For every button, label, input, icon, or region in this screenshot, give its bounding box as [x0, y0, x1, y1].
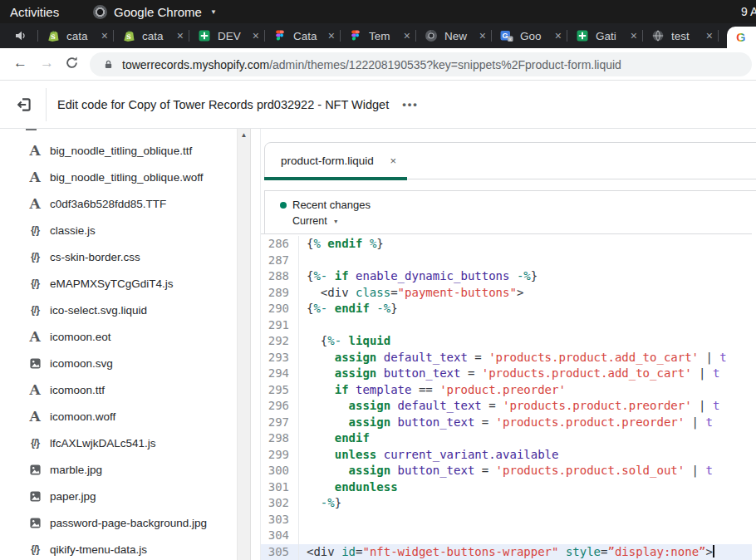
file-item[interactable]: {/}lfcAXLwjkDALc541.js: [0, 430, 237, 456]
tab-close-icon[interactable]: ×: [101, 29, 108, 42]
file-name: icomoon.woff: [50, 410, 115, 423]
tab-close-icon[interactable]: ×: [555, 29, 562, 42]
line-number: 295: [261, 382, 299, 399]
line-number: 303: [261, 512, 299, 528]
code-line[interactable]: 286{% endif %}: [261, 236, 756, 253]
version-label: Current: [292, 215, 327, 227]
active-tab-underline: [264, 177, 407, 180]
tab-close-icon[interactable]: ×: [479, 29, 486, 42]
reload-button[interactable]: [65, 56, 79, 74]
activities-button[interactable]: Activities: [10, 5, 59, 19]
line-number: 288: [261, 268, 299, 285]
tab-close-icon[interactable]: ×: [706, 29, 713, 42]
app-menu[interactable]: Google Chrome ▼: [93, 5, 217, 19]
browser-tab[interactable]: Gati×: [567, 23, 642, 48]
file-name: c0df3a6b528fdd85.TTF: [50, 198, 166, 210]
code-line-text: assign default_text = 'products.product.…: [299, 350, 756, 366]
code-line[interactable]: 293 assign default_text = 'products.prod…: [261, 350, 756, 366]
line-number: 302: [261, 495, 299, 512]
file-item[interactable]: {/}ico-select.svg.liquid: [0, 297, 237, 323]
code-line[interactable]: 296 assign default_text = 'products.prod…: [261, 398, 756, 415]
tab-close-icon[interactable]: ×: [253, 29, 259, 42]
code-line[interactable]: 300 assign button_text = 'products.produ…: [261, 463, 756, 479]
tab-separator: [718, 30, 719, 42]
tab-close-icon[interactable]: ×: [404, 29, 410, 42]
code-line[interactable]: 303: [261, 512, 756, 528]
sidebar-scrollbar[interactable]: ▲: [237, 129, 251, 560]
tab-close-icon[interactable]: ×: [631, 29, 637, 42]
code-line[interactable]: 302 -%}: [261, 495, 756, 512]
browser-tab[interactable]: Scata×: [38, 23, 113, 48]
tab-title: cata: [66, 30, 99, 42]
line-number: 286: [261, 236, 299, 253]
file-item[interactable]: Aicomoon.eot: [0, 323, 237, 350]
browser-tab[interactable]: DEV×: [189, 23, 264, 48]
code-line-text: [299, 512, 756, 528]
code-line[interactable]: 301 endunless: [261, 479, 756, 496]
tab-close-icon[interactable]: ×: [328, 29, 335, 42]
system-top-bar: Activities Google Chrome ▼ 9 A: [0, 0, 756, 23]
more-actions-button[interactable]: •••: [402, 98, 419, 111]
figma-icon: [349, 29, 362, 42]
code-line[interactable]: 304: [261, 528, 756, 544]
code-line[interactable]: 289 <div class="payment-buttons">: [261, 285, 756, 302]
code-file-icon: {/}: [26, 278, 44, 289]
code-line[interactable]: 295 if template == 'product.preorder': [261, 382, 756, 399]
back-button[interactable]: ←: [13, 55, 27, 71]
line-number: 296: [261, 398, 299, 415]
address-bar[interactable]: towerrecords.myshopify.com/admin/themes/…: [90, 52, 752, 76]
file-item[interactable]: Ac0df3a6b528fdd85.TTF: [0, 190, 237, 217]
file-item[interactable]: Aicomoon.woff: [0, 403, 237, 430]
file-item[interactable]: {/}eMAPMXSyTCgGdiT4.js: [0, 270, 237, 297]
line-number: 304: [261, 528, 299, 544]
browser-tab[interactable]: Cata×: [265, 23, 340, 48]
image-file-icon: [26, 357, 44, 370]
browser-tab[interactable]: test×: [643, 23, 718, 48]
code-line-text: {%- if enable_dynamic_buttons -%}: [299, 268, 756, 285]
file-item[interactable]: {/}qikify-tmenu-data.js: [0, 536, 237, 560]
version-dropdown[interactable]: Current ▼: [292, 215, 756, 227]
code-line[interactable]: 292 {%- liquid: [261, 333, 756, 350]
code-line[interactable]: 305<div id="nft-widget-buttons-wrapper" …: [261, 544, 756, 560]
editor-tab-label: product-form.liquid: [281, 155, 390, 167]
file-item[interactable]: Aicomoon.ttf: [0, 376, 237, 403]
app-menu-label: Google Chrome: [114, 5, 202, 19]
system-clock[interactable]: 9 A: [741, 5, 756, 18]
code-line[interactable]: 294 assign button_text = 'products.produ…: [261, 366, 756, 382]
file-item[interactable]: Abig_noodle_titling_oblique.ttf: [0, 137, 237, 164]
editor-open-tab[interactable]: product-form.liquid ×: [265, 143, 408, 179]
file-name: paper.jpg: [50, 490, 96, 503]
code-line[interactable]: 298 endif: [261, 430, 756, 447]
code-line[interactable]: 290{%- endif -%}: [261, 301, 756, 317]
editor-scroll-gutter[interactable]: [752, 233, 756, 560]
code-line[interactable]: 288{%- if enable_dynamic_buttons -%}: [261, 268, 756, 285]
browser-tab[interactable]: GxGoo×: [492, 23, 567, 48]
tab-close-icon[interactable]: ×: [177, 29, 184, 42]
file-item[interactable]: marble.jpg: [0, 456, 237, 483]
file-item[interactable]: Abig_noodle_titling_oblique.woff: [0, 164, 237, 190]
code-file-icon: {/}: [26, 438, 44, 449]
file-item[interactable]: {/}classie.js: [0, 217, 237, 243]
code-line[interactable]: 297 assign button_text = 'products.produ…: [261, 415, 756, 431]
lock-icon[interactable]: [103, 59, 114, 70]
file-item[interactable]: paper.jpg: [0, 483, 237, 509]
active-browser-tab[interactable]: G: [727, 27, 756, 48]
tab-title: New: [444, 30, 477, 42]
code-file-icon: {/}: [26, 544, 44, 555]
scroll-up-arrow-icon[interactable]: ▲: [238, 131, 250, 139]
browser-tab[interactable]: New×: [416, 23, 491, 48]
exit-editor-button[interactable]: [15, 96, 33, 114]
file-item[interactable]: icomoon.svg: [0, 350, 237, 376]
code-line[interactable]: 299 unless current_variant.available: [261, 447, 756, 464]
file-item[interactable]: {/}cs-skin-border.css: [0, 243, 237, 270]
editor-tab-close-icon[interactable]: ×: [390, 155, 396, 167]
browser-tab[interactable]: Tem×: [341, 23, 415, 48]
file-item[interactable]: password-page-background.jpg: [0, 509, 237, 536]
code-area[interactable]: 286{% endif %}287288{%- if enable_dynami…: [261, 233, 756, 560]
forward-button[interactable]: →: [40, 55, 54, 71]
code-line[interactable]: 287: [261, 253, 756, 269]
code-line[interactable]: 291: [261, 317, 756, 334]
browser-tab[interactable]: Scata×: [114, 23, 189, 48]
code-line-text: <div class="payment-buttons">: [299, 285, 756, 302]
font-file-icon: A: [26, 383, 44, 397]
